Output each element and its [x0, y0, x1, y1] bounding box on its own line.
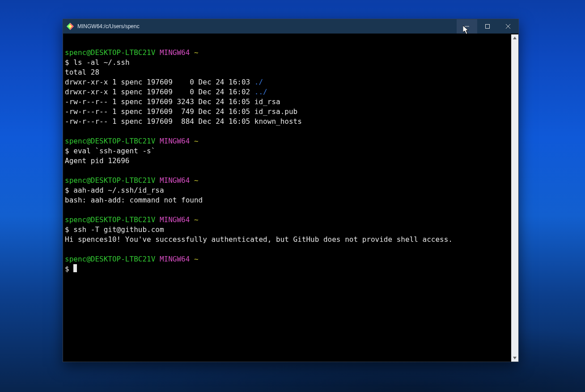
scroll-down-icon[interactable] — [511, 354, 518, 362]
output-line: Hi spences10! You've successfully authen… — [65, 235, 453, 244]
output-line: -rw-r--r-- 1 spenc 197609 749 Dec 24 16:… — [65, 107, 297, 116]
titlebar[interactable]: MINGW64:/c/Users/spenc — [63, 19, 518, 34]
prompt-shell: MINGW64 — [160, 48, 190, 57]
prompt-cwd: ~ — [194, 255, 199, 263]
prompt-cwd: ~ — [194, 215, 199, 224]
minimize-button[interactable] — [457, 19, 477, 34]
prompt-shell: MINGW64 — [160, 176, 190, 185]
close-button[interactable] — [498, 19, 518, 34]
prompt-user-host: spenc@DESKTOP-LTBC21V — [65, 176, 155, 185]
svg-marker-8 — [513, 37, 517, 39]
prompt-cwd: ~ — [194, 48, 199, 57]
prompt-user-host: spenc@DESKTOP-LTBC21V — [65, 215, 155, 224]
cmd-4: ssh -T git@github.com — [73, 225, 164, 234]
prompt-cwd: ~ — [194, 137, 199, 145]
cmd-1: ls -al ~/.ssh — [73, 58, 129, 67]
prompt-shell: MINGW64 — [160, 215, 190, 224]
prompt-cwd: ~ — [194, 176, 199, 185]
output-line: drwxr-xr-x 1 spenc 197609 0 Dec 24 16:03 — [65, 78, 254, 86]
prompt-sigil: $ — [65, 58, 69, 67]
terminal-content[interactable]: spenc@DESKTOP-LTBC21V MINGW64 ~ $ ls -al… — [65, 35, 511, 355]
output-line: -rw-r--r-- 1 spenc 197609 3243 Dec 24 16… — [65, 97, 280, 106]
prompt-user-host: spenc@DESKTOP-LTBC21V — [65, 255, 155, 263]
prompt-shell: MINGW64 — [160, 137, 190, 145]
cmd-3: aah-add ~/.ssh/id_rsa — [73, 186, 164, 194]
output-line: total 28 — [65, 68, 99, 76]
maximize-button[interactable] — [477, 19, 498, 34]
output-line: Agent pid 12696 — [65, 156, 130, 165]
git-bash-icon — [67, 23, 74, 30]
text-cursor — [73, 264, 77, 272]
prompt-shell: MINGW64 — [160, 255, 190, 263]
terminal-window: MINGW64:/c/Users/spenc spenc@DESKTOP-LTB… — [63, 19, 519, 362]
prompt-sigil: $ — [65, 147, 69, 155]
output-line: bash: aah-add: command not found — [65, 196, 203, 204]
output-line: drwxr-xr-x 1 spenc 197609 0 Dec 24 16:02 — [65, 88, 254, 96]
window-title: MINGW64:/c/Users/spenc — [77, 23, 140, 30]
scroll-up-icon[interactable] — [511, 34, 518, 42]
prompt-sigil: $ — [65, 265, 69, 273]
prompt-user-host: spenc@DESKTOP-LTBC21V — [65, 137, 155, 145]
dir-link: ./ — [254, 78, 263, 86]
svg-rect-5 — [486, 25, 490, 29]
window-controls — [457, 19, 518, 34]
dir-link: ../ — [254, 88, 267, 96]
scrollbar[interactable] — [511, 34, 518, 362]
prompt-user-host: spenc@DESKTOP-LTBC21V — [65, 48, 155, 57]
desktop-background: MINGW64:/c/Users/spenc spenc@DESKTOP-LTB… — [0, 0, 585, 392]
svg-marker-9 — [513, 357, 517, 359]
cmd-2: eval `ssh-agent -s` — [73, 147, 155, 155]
prompt-sigil: $ — [65, 186, 69, 194]
prompt-sigil: $ — [65, 225, 69, 234]
output-line: -rw-r--r-- 1 spenc 197609 884 Dec 24 16:… — [65, 117, 302, 126]
